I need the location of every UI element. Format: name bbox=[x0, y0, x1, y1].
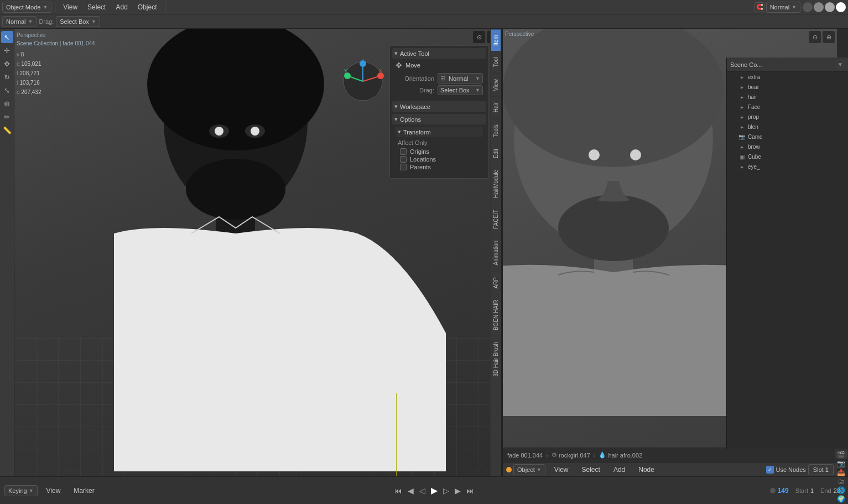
select-tool-btn[interactable]: ↖ bbox=[1, 31, 13, 43]
v-value: 8 bbox=[21, 51, 24, 58]
viewport-left[interactable]: Perspective Scene Collection | fade 001.… bbox=[14, 29, 501, 476]
parents-checkbox[interactable] bbox=[400, 164, 407, 170]
outliner-item-hair[interactable]: ▸ hair bbox=[727, 92, 848, 102]
svg-point-22 bbox=[589, 149, 600, 160]
outliner-filter-icon[interactable]: ▼ bbox=[836, 60, 845, 69]
shading-solid[interactable] bbox=[814, 2, 824, 12]
origins-checkbox[interactable] bbox=[400, 148, 407, 155]
scene-data-icon[interactable]: 🌐 bbox=[835, 486, 847, 494]
locations-checkbox[interactable] bbox=[400, 156, 407, 163]
move-tool-btn[interactable]: ✥ bbox=[1, 58, 13, 70]
outliner-item-prop[interactable]: ▸ prop bbox=[727, 112, 848, 122]
add-menu[interactable]: Add bbox=[111, 2, 132, 12]
tab-animation[interactable]: Animation bbox=[491, 235, 501, 271]
active-tool-section: ▾ Active Tool ✥ Move Orientation ⊞ Norma… bbox=[392, 48, 486, 99]
tab-faceit[interactable]: FACEIT bbox=[491, 204, 501, 235]
node-add-menu[interactable]: Add bbox=[609, 465, 630, 475]
tab-tool[interactable]: Tool bbox=[491, 51, 501, 72]
normal-dropdown[interactable]: Normal ▼ bbox=[2, 16, 37, 27]
mode-chevron: ▼ bbox=[43, 4, 48, 10]
breadcrumb-sep1: › bbox=[546, 452, 548, 459]
tab-hairmodule[interactable]: HairModule bbox=[491, 164, 501, 204]
overlay-toggle[interactable]: ⊙ bbox=[473, 31, 485, 43]
tab-3dhairbrush[interactable]: 3D Hair Brush bbox=[491, 336, 501, 382]
cursor-tool-btn[interactable]: ✛ bbox=[1, 44, 13, 56]
annotate-tool-btn[interactable]: ✏ bbox=[1, 111, 13, 123]
right-overlay-toggle[interactable]: ⊙ bbox=[809, 31, 821, 43]
tab-tools[interactable]: Tools bbox=[491, 118, 501, 143]
outliner-item-bear[interactable]: ▸ bear bbox=[727, 82, 848, 92]
render-props-icon[interactable]: 📷 bbox=[835, 460, 847, 467]
node-select-menu[interactable]: Select bbox=[578, 465, 605, 475]
slot-button[interactable]: Slot 1 bbox=[808, 464, 834, 475]
tab-hair[interactable]: Hair bbox=[491, 96, 501, 118]
view-menu[interactable]: View bbox=[59, 2, 82, 12]
active-tool-header[interactable]: ▾ Active Tool bbox=[392, 48, 486, 59]
keying-dropdown[interactable]: Keying ▼ bbox=[4, 485, 38, 496]
snap-icon[interactable]: 🧲 bbox=[755, 2, 764, 12]
use-nodes-toggle[interactable]: ✓ Use Nodes bbox=[766, 466, 805, 474]
shading-render[interactable] bbox=[836, 2, 846, 12]
outliner-item-cube[interactable]: ▣ Cube bbox=[727, 152, 848, 162]
next-frame-btn[interactable]: ▶ bbox=[452, 485, 463, 496]
options-label: Options bbox=[400, 116, 421, 123]
tab-bgenhair[interactable]: BGEN HAIR bbox=[491, 294, 501, 336]
view-layer-icon[interactable]: 🗂 bbox=[835, 477, 847, 485]
prev-keyframe-btn[interactable]: ◁ bbox=[417, 485, 428, 496]
end-frame-label: End bbox=[820, 487, 831, 494]
origins-row: Origins bbox=[396, 148, 483, 155]
shading-wire[interactable] bbox=[803, 2, 813, 12]
snap-dropdown[interactable]: Normal ▼ bbox=[766, 2, 800, 13]
outliner-item-eye[interactable]: ▸ eye_ bbox=[727, 162, 848, 172]
shading-look[interactable] bbox=[825, 2, 835, 12]
options-header[interactable]: ▾ Options bbox=[392, 114, 486, 124]
use-nodes-checkbox[interactable]: ✓ bbox=[766, 466, 774, 474]
right-gizmo-toggle[interactable]: ⊕ bbox=[823, 31, 835, 43]
node-node-menu[interactable]: Node bbox=[634, 465, 659, 475]
timeline-center: ⏮ ◀ ◁ ▶ ▷ ▶ ⏭ bbox=[392, 484, 476, 497]
drag-dropdown[interactable]: Select Box ▼ bbox=[438, 85, 483, 95]
play-btn[interactable]: ▶ bbox=[429, 484, 440, 497]
rotate-tool-btn[interactable]: ↻ bbox=[1, 71, 13, 83]
outliner-item-extra[interactable]: ▸ extra bbox=[727, 72, 848, 82]
object-type-dropdown[interactable]: Object ▼ bbox=[513, 464, 545, 475]
left-toolbar: ↖ ✛ ✥ ↻ ⤡ ⊕ ✏ 📏 bbox=[0, 29, 14, 476]
scale-tool-btn[interactable]: ⤡ bbox=[1, 84, 13, 96]
outliner-item-bear-label: bear bbox=[748, 84, 759, 90]
tab-item[interactable]: Item bbox=[491, 29, 501, 51]
tab-edit[interactable]: Edit bbox=[491, 143, 501, 164]
prev-frame-btn[interactable]: ◀ bbox=[405, 485, 416, 496]
mode-dropdown[interactable]: Object Mode ▼ bbox=[2, 2, 51, 13]
node-view-menu[interactable]: View bbox=[550, 465, 573, 475]
outliner-item-face[interactable]: ▸ Face bbox=[727, 102, 848, 112]
outliner-item-prop-label: prop bbox=[748, 114, 759, 120]
world-icon[interactable]: 🌍 bbox=[835, 495, 847, 503]
tab-view[interactable]: View bbox=[491, 73, 501, 97]
transform-tool-btn[interactable]: ⊕ bbox=[1, 97, 13, 110]
drag-label-npanel: Drag: bbox=[396, 87, 434, 93]
scene-props-icon[interactable]: 🎬 bbox=[835, 451, 847, 459]
measure-tool-btn[interactable]: 📏 bbox=[1, 124, 13, 136]
transform-header[interactable]: ▾ Transform bbox=[396, 127, 483, 137]
jump-start-btn[interactable]: ⏮ bbox=[392, 485, 404, 496]
character-right-svg bbox=[503, 29, 741, 471]
object-menu[interactable]: Object bbox=[133, 2, 162, 12]
breadcrumb-item3: hair afro.002 bbox=[608, 452, 642, 459]
jump-end-btn[interactable]: ⏭ bbox=[464, 485, 476, 496]
marker-menu[interactable]: Marker bbox=[69, 486, 98, 496]
timeline-view-menu[interactable]: View bbox=[42, 486, 65, 496]
select-box-dropdown[interactable]: Select Box ▼ bbox=[56, 16, 100, 27]
breadcrumb-item2-wrapper: ⚙ rockgirl.047 bbox=[552, 451, 590, 459]
orientation-dropdown[interactable]: ⊞ Normal ▼ bbox=[438, 73, 483, 84]
select-menu[interactable]: Select bbox=[83, 2, 110, 12]
tab-arp[interactable]: ARP bbox=[491, 271, 501, 294]
gizmo-widget[interactable]: X Y Z bbox=[341, 59, 385, 103]
outliner-item-came[interactable]: 📷 Came bbox=[727, 132, 848, 142]
output-props-icon[interactable]: 📤 bbox=[835, 469, 847, 476]
outliner-item-brow[interactable]: ▸ brow bbox=[727, 142, 848, 152]
orientation-row: Orientation ⊞ Normal ▼ bbox=[396, 73, 483, 84]
t-label: t bbox=[17, 80, 18, 86]
outliner-item-blen[interactable]: ▸ blen bbox=[727, 122, 848, 132]
next-keyframe-btn[interactable]: ▷ bbox=[441, 485, 451, 496]
workspace-header[interactable]: ▾ Workspace bbox=[392, 101, 486, 112]
